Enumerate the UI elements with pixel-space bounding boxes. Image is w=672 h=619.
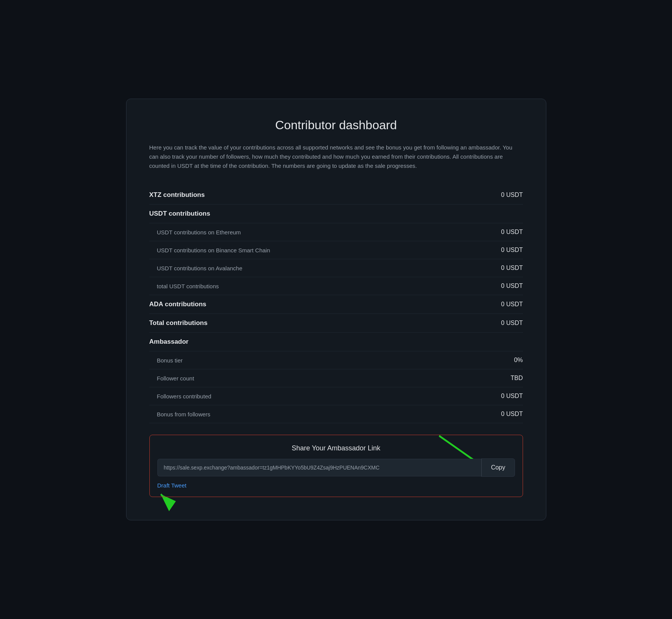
ambassador-link-box: Share Your Ambassador Link Copy Draft Tw… bbox=[149, 435, 523, 497]
followers-contributed-row: Followers contributed 0 USDT bbox=[149, 387, 523, 405]
bonus-from-followers-value: 0 USDT bbox=[501, 411, 523, 418]
ambassador-section-label: Ambassador bbox=[149, 338, 189, 346]
usdt-binance-value: 0 USDT bbox=[501, 247, 523, 253]
usdt-total-value: 0 USDT bbox=[501, 283, 523, 289]
total-contributions-row: Total contributions 0 USDT bbox=[149, 314, 523, 333]
usdt-avalanche-value: 0 USDT bbox=[501, 265, 523, 271]
ada-label: ADA contributions bbox=[149, 301, 207, 308]
bonus-tier-value: 0% bbox=[514, 357, 523, 364]
total-value: 0 USDT bbox=[501, 320, 523, 327]
ambassador-url-input[interactable] bbox=[157, 459, 482, 476]
ada-contributions-row: ADA contributions 0 USDT bbox=[149, 295, 523, 314]
page-description: Here you can track the value of your con… bbox=[149, 143, 523, 171]
usdt-avalanche-row: USDT contributions on Avalanche 0 USDT bbox=[149, 259, 523, 277]
bonus-tier-row: Bonus tier 0% bbox=[149, 351, 523, 369]
bonus-from-followers-row: Bonus from followers 0 USDT bbox=[149, 405, 523, 423]
usdt-section-label: USDT contributions bbox=[149, 210, 211, 218]
page-title: Contributor dashboard bbox=[149, 118, 523, 132]
ambassador-link-title: Share Your Ambassador Link bbox=[157, 444, 515, 452]
ada-value: 0 USDT bbox=[501, 301, 523, 308]
follower-count-row: Follower count TBD bbox=[149, 369, 523, 387]
bonus-from-followers-label: Bonus from followers bbox=[149, 411, 211, 418]
usdt-binance-label: USDT contributions on Binance Smart Chai… bbox=[149, 247, 270, 253]
draft-tweet-link[interactable]: Draft Tweet bbox=[157, 482, 186, 489]
follower-count-value: TBD bbox=[511, 375, 523, 382]
xtz-value: 0 USDT bbox=[501, 192, 523, 198]
usdt-ethereum-value: 0 USDT bbox=[501, 229, 523, 236]
xtz-label: XTZ contributions bbox=[149, 191, 205, 199]
followers-contributed-value: 0 USDT bbox=[501, 393, 523, 400]
usdt-ethereum-row: USDT contributions on Ethereum 0 USDT bbox=[149, 223, 523, 241]
follower-count-label: Follower count bbox=[149, 375, 194, 382]
usdt-total-row: total USDT contributions 0 USDT bbox=[149, 277, 523, 295]
followers-contributed-label: Followers contributed bbox=[149, 393, 212, 400]
bonus-tier-label: Bonus tier bbox=[149, 357, 183, 364]
usdt-avalanche-label: USDT contributions on Avalanche bbox=[149, 265, 243, 271]
dashboard-container: Contributor dashboard Here you can track… bbox=[126, 99, 546, 520]
copy-button[interactable]: Copy bbox=[481, 458, 515, 477]
usdt-section-header: USDT contributions bbox=[149, 205, 523, 223]
usdt-ethereum-label: USDT contributions on Ethereum bbox=[149, 229, 241, 236]
ambassador-section-row: Ambassador bbox=[149, 333, 523, 351]
xtz-contributions-row: XTZ contributions 0 USDT bbox=[149, 186, 523, 205]
link-input-row: Copy bbox=[157, 458, 515, 477]
usdt-binance-row: USDT contributions on Binance Smart Chai… bbox=[149, 241, 523, 259]
usdt-total-label: total USDT contributions bbox=[149, 283, 219, 289]
total-label: Total contributions bbox=[149, 319, 208, 327]
